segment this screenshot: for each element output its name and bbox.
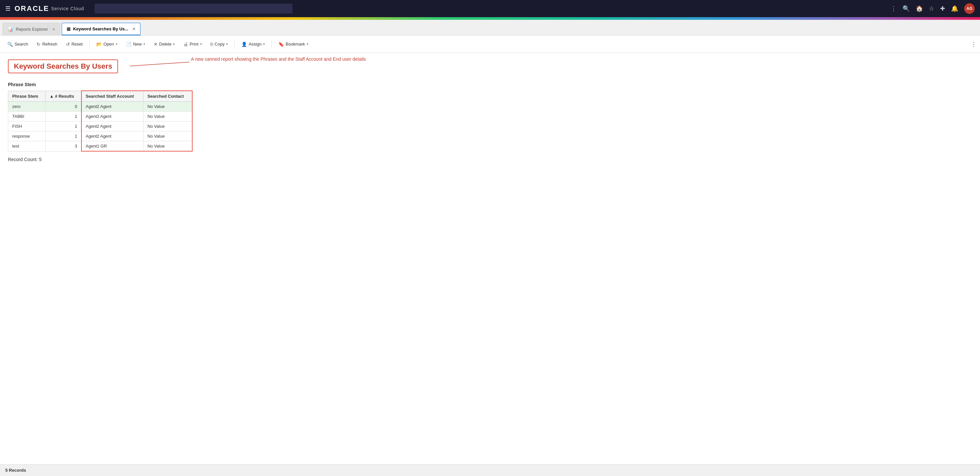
more-vert-icon[interactable]: ⋮ [891,5,897,12]
new-dropdown-arrow: ▾ [143,42,145,46]
oracle-text: ORACLE [14,4,49,13]
col-searched-staff[interactable]: Searched Staff Account [81,91,143,102]
keyword-searches-icon: ⊞ [67,26,70,32]
cell-num-results: 0 [46,102,81,112]
tab-reports-explorer[interactable]: 📊 Reports Explorer ✕ [3,23,60,35]
tab-keyword-searches-close[interactable]: ✕ [132,27,135,31]
app-logo: ORACLE Service Cloud [14,4,84,13]
hamburger-menu[interactable]: ☰ [5,5,11,12]
cell-searched-contact: No Value [143,121,192,131]
global-search-input[interactable] [95,4,293,14]
refresh-btn-label: Refresh [42,42,57,46]
print-button[interactable]: 🖨 Print ▾ [180,40,206,49]
assign-btn-icon: 👤 [241,42,247,47]
reset-btn-icon: ↺ [66,42,70,47]
tab-keyword-searches[interactable]: ⊞ Keyword Searches By Us... ✕ [62,23,141,35]
main-content: Keyword Searches By Users A new canned r… [0,53,980,476]
refresh-button[interactable]: ↻ Refresh [33,40,61,49]
col-num-results[interactable]: ▲ # Results [46,91,81,102]
reset-btn-label: Reset [72,42,83,46]
bookmark-button[interactable]: 🔖 Bookmark ▾ [274,40,312,49]
star-icon[interactable]: ☆ [929,5,934,12]
toolbar-sep-3 [271,40,272,49]
record-count: Record Count: 5 [8,157,972,162]
table-row[interactable]: zero 0 Agent2 Agent No Value [8,102,192,112]
cell-searched-contact: No Value [143,131,192,141]
cell-num-results: 1 [46,112,81,121]
search-button[interactable]: 🔍 Search [3,40,32,49]
user-avatar[interactable]: AG [964,3,975,14]
color-strip [0,17,980,20]
reports-explorer-icon: 📊 [8,27,13,32]
report-header: Keyword Searches By Users A new canned r… [8,59,972,77]
report-title: Keyword Searches By Users [8,59,118,73]
open-btn-label: Open [103,42,114,46]
assign-btn-label: Assign [249,42,261,46]
bookmark-btn-icon: 🔖 [278,42,284,47]
refresh-btn-icon: ↻ [37,42,41,47]
bookmark-dropdown-arrow: ▾ [307,42,308,46]
cell-phrase-stem: FISH [8,121,46,131]
svg-text:A new canned report showing th: A new canned report showing the Phrases … [191,56,366,62]
annotation-arrow: A new canned report showing the Phrases … [123,56,387,76]
cell-num-results: 1 [46,131,81,141]
toolbar-sep-1 [89,40,90,49]
assign-button[interactable]: 👤 Assign ▾ [237,40,269,49]
cell-searched-staff: Agent1 GR [81,141,143,152]
assign-dropdown-arrow: ▾ [263,42,265,46]
new-button[interactable]: 📄 New ▾ [122,40,149,49]
svg-line-0 [130,62,189,66]
new-btn-icon: 📄 [126,42,132,47]
search-icon[interactable]: 🔍 [902,5,910,12]
table-row[interactable]: FISH 1 Agent2 Agent No Value [8,121,192,131]
toolbar: 🔍 Search ↻ Refresh ↺ Reset 📂 Open ▾ 📄 Ne… [0,36,980,53]
cell-num-results: 3 [46,141,81,152]
table-header: Phrase Stem ▲ # Results Searched Staff A… [8,91,192,102]
cell-phrase-stem: response [8,131,46,141]
cell-searched-staff: Agent2 Agent [81,112,143,121]
add-icon[interactable]: ✚ [940,5,945,12]
cell-searched-contact: No Value [143,112,192,121]
cell-searched-staff: Agent2 Agent [81,102,143,112]
sort-icon: ▲ [49,94,54,99]
tab-bar: 📊 Reports Explorer ✕ ⊞ Keyword Searches … [0,20,980,36]
cell-searched-staff: Agent2 Agent [81,131,143,141]
open-btn-icon: 📂 [96,42,102,47]
copy-btn-icon: ⎘ [210,42,213,47]
tab-reports-explorer-label: Reports Explorer [16,27,48,32]
table-body: zero 0 Agent2 Agent No Value TABBI 1 Age… [8,102,192,152]
open-button[interactable]: 📂 Open ▾ [92,40,121,49]
data-table: Phrase Stem ▲ # Results Searched Staff A… [8,91,192,152]
search-btn-icon: 🔍 [7,42,13,47]
tab-reports-explorer-close[interactable]: ✕ [52,27,56,32]
print-dropdown-arrow: ▾ [200,42,202,46]
cell-searched-contact: No Value [143,141,192,152]
table-row[interactable]: response 1 Agent2 Agent No Value [8,131,192,141]
status-bar: 5 Records [0,464,980,476]
header-row: Phrase Stem ▲ # Results Searched Staff A… [8,91,192,102]
search-btn-label: Search [14,42,28,46]
delete-btn-icon: ✕ [154,42,158,47]
cell-phrase-stem: test [8,141,46,152]
col-searched-contact[interactable]: Searched Contact [143,91,192,102]
open-dropdown-arrow: ▾ [116,42,118,46]
table-row[interactable]: TABBI 1 Agent2 Agent No Value [8,112,192,121]
home-icon[interactable]: 🏠 [916,5,923,12]
col-phrase-stem[interactable]: Phrase Stem [8,91,46,102]
toolbar-more-icon[interactable]: ⋮ [971,41,977,48]
reset-button[interactable]: ↺ Reset [62,40,87,49]
table-row[interactable]: test 3 Agent1 GR No Value [8,141,192,152]
tab-keyword-searches-label: Keyword Searches By Us... [73,26,129,31]
group-header: Phrase Stem [8,82,972,87]
delete-button[interactable]: ✕ Delete ▾ [150,40,179,49]
notifications-icon[interactable]: 🔔 [951,5,958,12]
copy-button[interactable]: ⎘ Copy ▾ [207,40,232,49]
delete-dropdown-arrow: ▾ [173,42,175,46]
cell-searched-contact: No Value [143,102,192,112]
app-subtitle: Service Cloud [51,6,84,11]
cell-phrase-stem: zero [8,102,46,112]
bookmark-btn-label: Bookmark [286,42,305,46]
status-bar-label: 5 Records [5,468,26,473]
cell-num-results: 1 [46,121,81,131]
print-btn-label: Print [189,42,199,46]
